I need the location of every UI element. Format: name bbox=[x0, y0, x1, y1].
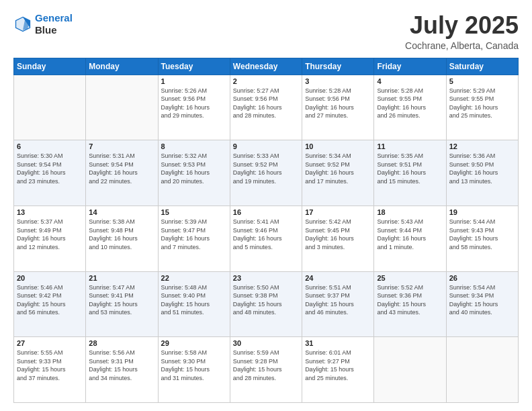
table-row: 5Sunrise: 5:29 AM Sunset: 9:55 PM Daylig… bbox=[446, 75, 518, 140]
table-row: 29Sunrise: 5:58 AM Sunset: 9:30 PM Dayli… bbox=[158, 337, 230, 403]
day-info: Sunrise: 5:28 AM Sunset: 9:55 PM Dayligh… bbox=[377, 87, 443, 120]
day-info: Sunrise: 5:59 AM Sunset: 9:28 PM Dayligh… bbox=[233, 349, 299, 382]
day-info: Sunrise: 5:36 AM Sunset: 9:50 PM Dayligh… bbox=[449, 152, 515, 185]
table-row: 3Sunrise: 5:28 AM Sunset: 9:56 PM Daylig… bbox=[302, 75, 374, 140]
day-info: Sunrise: 5:29 AM Sunset: 9:55 PM Dayligh… bbox=[449, 87, 515, 120]
day-number: 18 bbox=[377, 208, 443, 216]
logo-icon bbox=[13, 15, 32, 34]
table-row: 7Sunrise: 5:31 AM Sunset: 9:54 PM Daylig… bbox=[86, 140, 158, 206]
table-row: 22Sunrise: 5:48 AM Sunset: 9:40 PM Dayli… bbox=[158, 271, 230, 337]
table-row: 8Sunrise: 5:32 AM Sunset: 9:53 PM Daylig… bbox=[158, 140, 230, 206]
day-number: 17 bbox=[305, 208, 371, 216]
day-number: 8 bbox=[161, 142, 227, 150]
day-info: Sunrise: 5:46 AM Sunset: 9:42 PM Dayligh… bbox=[17, 283, 83, 317]
table-row: 6Sunrise: 5:30 AM Sunset: 9:54 PM Daylig… bbox=[14, 140, 86, 206]
col-sunday: Sunday bbox=[14, 58, 86, 75]
day-number: 4 bbox=[377, 77, 443, 85]
day-number: 3 bbox=[305, 77, 371, 85]
calendar-header-row: Sunday Monday Tuesday Wednesday Thursday… bbox=[14, 58, 519, 75]
day-number: 21 bbox=[89, 274, 154, 282]
logo-line1: General bbox=[35, 12, 73, 24]
day-info: Sunrise: 5:43 AM Sunset: 9:44 PM Dayligh… bbox=[377, 218, 443, 251]
day-info: Sunrise: 5:44 AM Sunset: 9:43 PM Dayligh… bbox=[449, 218, 515, 251]
col-wednesday: Wednesday bbox=[230, 58, 302, 75]
day-number: 5 bbox=[449, 77, 515, 85]
col-monday: Monday bbox=[86, 58, 158, 75]
calendar-week-row: 6Sunrise: 5:30 AM Sunset: 9:54 PM Daylig… bbox=[14, 140, 519, 206]
day-info: Sunrise: 5:30 AM Sunset: 9:54 PM Dayligh… bbox=[17, 152, 83, 185]
day-info: Sunrise: 5:50 AM Sunset: 9:38 PM Dayligh… bbox=[233, 283, 299, 317]
table-row: 9Sunrise: 5:33 AM Sunset: 9:52 PM Daylig… bbox=[230, 140, 302, 206]
table-row: 11Sunrise: 5:35 AM Sunset: 9:51 PM Dayli… bbox=[374, 140, 446, 206]
day-number: 27 bbox=[17, 339, 83, 347]
col-tuesday: Tuesday bbox=[158, 58, 230, 75]
logo-text: General Blue bbox=[35, 12, 73, 36]
col-friday: Friday bbox=[374, 58, 446, 75]
title-block: July 2025 Cochrane, Alberta, Canada bbox=[405, 12, 519, 51]
calendar-week-row: 27Sunrise: 5:55 AM Sunset: 9:33 PM Dayli… bbox=[14, 337, 519, 403]
table-row: 10Sunrise: 5:34 AM Sunset: 9:52 PM Dayli… bbox=[302, 140, 374, 206]
table-row: 18Sunrise: 5:43 AM Sunset: 9:44 PM Dayli… bbox=[374, 205, 446, 271]
location: Cochrane, Alberta, Canada bbox=[405, 40, 519, 51]
day-info: Sunrise: 5:28 AM Sunset: 9:56 PM Dayligh… bbox=[305, 87, 371, 120]
table-row bbox=[86, 75, 158, 140]
day-number: 12 bbox=[449, 142, 515, 150]
day-info: Sunrise: 5:58 AM Sunset: 9:30 PM Dayligh… bbox=[161, 349, 227, 382]
table-row bbox=[446, 337, 518, 403]
col-saturday: Saturday bbox=[446, 58, 518, 75]
day-info: Sunrise: 5:35 AM Sunset: 9:51 PM Dayligh… bbox=[377, 152, 443, 185]
day-number: 2 bbox=[233, 77, 299, 85]
calendar-table: Sunday Monday Tuesday Wednesday Thursday… bbox=[13, 58, 519, 403]
day-number: 10 bbox=[305, 142, 371, 150]
day-info: Sunrise: 5:56 AM Sunset: 9:31 PM Dayligh… bbox=[89, 349, 154, 382]
day-number: 7 bbox=[89, 142, 154, 150]
table-row: 2Sunrise: 5:27 AM Sunset: 9:56 PM Daylig… bbox=[230, 75, 302, 140]
day-number: 23 bbox=[233, 274, 299, 282]
day-info: Sunrise: 5:27 AM Sunset: 9:56 PM Dayligh… bbox=[233, 87, 299, 120]
day-info: Sunrise: 5:34 AM Sunset: 9:52 PM Dayligh… bbox=[305, 152, 371, 185]
day-info: Sunrise: 5:54 AM Sunset: 9:34 PM Dayligh… bbox=[449, 283, 515, 317]
table-row: 17Sunrise: 5:42 AM Sunset: 9:45 PM Dayli… bbox=[302, 205, 374, 271]
day-number: 1 bbox=[161, 77, 227, 85]
table-row bbox=[374, 337, 446, 403]
table-row: 27Sunrise: 5:55 AM Sunset: 9:33 PM Dayli… bbox=[14, 337, 86, 403]
day-info: Sunrise: 5:33 AM Sunset: 9:52 PM Dayligh… bbox=[233, 152, 299, 185]
day-info: Sunrise: 5:32 AM Sunset: 9:53 PM Dayligh… bbox=[161, 152, 227, 185]
day-info: Sunrise: 6:01 AM Sunset: 9:27 PM Dayligh… bbox=[305, 349, 371, 382]
page: General Blue July 2025 Cochrane, Alberta… bbox=[0, 0, 532, 411]
table-row: 15Sunrise: 5:39 AM Sunset: 9:47 PM Dayli… bbox=[158, 205, 230, 271]
day-number: 30 bbox=[233, 339, 299, 347]
day-number: 6 bbox=[17, 142, 83, 150]
table-row: 31Sunrise: 6:01 AM Sunset: 9:27 PM Dayli… bbox=[302, 337, 374, 403]
table-row: 30Sunrise: 5:59 AM Sunset: 9:28 PM Dayli… bbox=[230, 337, 302, 403]
header: General Blue July 2025 Cochrane, Alberta… bbox=[13, 12, 519, 51]
day-number: 22 bbox=[161, 274, 227, 282]
month-title: July 2025 bbox=[405, 12, 519, 39]
day-number: 28 bbox=[89, 339, 154, 347]
day-number: 19 bbox=[449, 208, 515, 216]
table-row: 12Sunrise: 5:36 AM Sunset: 9:50 PM Dayli… bbox=[446, 140, 518, 206]
table-row: 14Sunrise: 5:38 AM Sunset: 9:48 PM Dayli… bbox=[86, 205, 158, 271]
day-number: 11 bbox=[377, 142, 443, 150]
day-info: Sunrise: 5:52 AM Sunset: 9:36 PM Dayligh… bbox=[377, 283, 443, 317]
day-info: Sunrise: 5:37 AM Sunset: 9:49 PM Dayligh… bbox=[17, 218, 83, 251]
day-number: 24 bbox=[305, 274, 371, 282]
table-row: 16Sunrise: 5:41 AM Sunset: 9:46 PM Dayli… bbox=[230, 205, 302, 271]
table-row bbox=[14, 75, 86, 140]
day-number: 13 bbox=[17, 208, 83, 216]
day-number: 26 bbox=[449, 274, 515, 282]
day-number: 31 bbox=[305, 339, 371, 347]
calendar-week-row: 13Sunrise: 5:37 AM Sunset: 9:49 PM Dayli… bbox=[14, 205, 519, 271]
day-info: Sunrise: 5:41 AM Sunset: 9:46 PM Dayligh… bbox=[233, 218, 299, 251]
logo-line2: Blue bbox=[35, 24, 73, 36]
table-row: 1Sunrise: 5:26 AM Sunset: 9:56 PM Daylig… bbox=[158, 75, 230, 140]
day-info: Sunrise: 5:48 AM Sunset: 9:40 PM Dayligh… bbox=[161, 283, 227, 317]
day-number: 29 bbox=[161, 339, 227, 347]
day-info: Sunrise: 5:51 AM Sunset: 9:37 PM Dayligh… bbox=[305, 283, 371, 317]
logo: General Blue bbox=[13, 12, 73, 36]
calendar-week-row: 20Sunrise: 5:46 AM Sunset: 9:42 PM Dayli… bbox=[14, 271, 519, 337]
day-number: 9 bbox=[233, 142, 299, 150]
table-row: 20Sunrise: 5:46 AM Sunset: 9:42 PM Dayli… bbox=[14, 271, 86, 337]
table-row: 24Sunrise: 5:51 AM Sunset: 9:37 PM Dayli… bbox=[302, 271, 374, 337]
table-row: 21Sunrise: 5:47 AM Sunset: 9:41 PM Dayli… bbox=[86, 271, 158, 337]
